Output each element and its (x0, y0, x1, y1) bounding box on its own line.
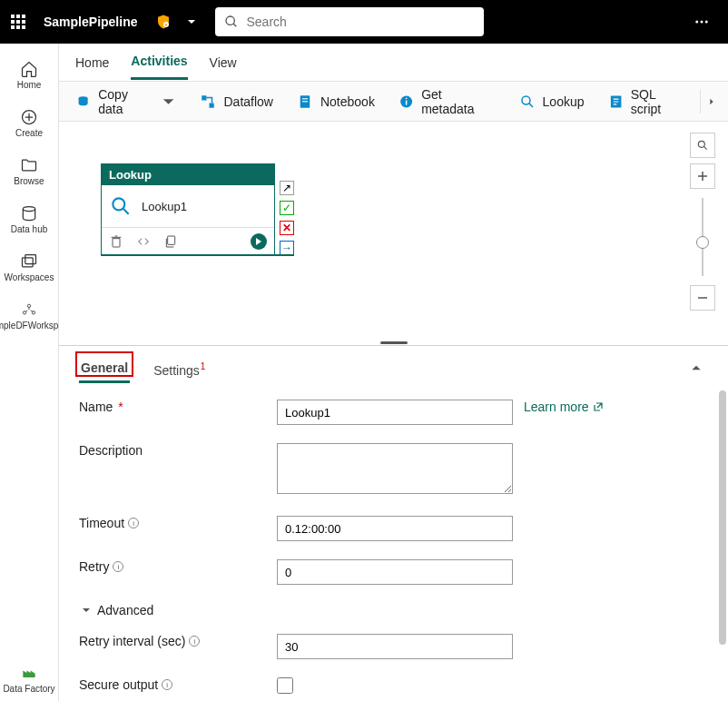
pipeline-name: SamplePipeline (44, 15, 137, 29)
prop-tab-settings-label: Settings (153, 362, 200, 377)
workspaces-icon (20, 252, 38, 271)
chevron-right-icon (707, 97, 716, 106)
badge-failure-icon[interactable]: ✕ (280, 221, 294, 235)
svg-rect-1 (165, 24, 167, 25)
svg-rect-19 (302, 101, 308, 102)
workspace-icon (20, 301, 38, 319)
tool-copydata[interactable]: Copy data (64, 82, 187, 122)
name-input[interactable] (277, 400, 513, 425)
zoom-fit-button[interactable] (690, 133, 715, 158)
activity-node-actions (102, 227, 274, 255)
datahub-icon (20, 204, 38, 222)
search-input[interactable] (246, 15, 475, 29)
lookup-icon (109, 194, 133, 218)
svg-rect-9 (23, 258, 34, 267)
code-icon[interactable] (136, 234, 151, 249)
info-icon[interactable]: i (189, 636, 200, 647)
zoom-control (690, 133, 715, 311)
timeout-input[interactable] (277, 516, 513, 541)
svg-rect-18 (302, 98, 308, 99)
svg-point-28 (113, 198, 124, 210)
properties-tabs: General Settings1 (59, 346, 728, 383)
zoom-slider-track[interactable] (702, 198, 703, 276)
activities-toolbar: Copy data Dataflow Notebook Get metadata… (59, 82, 728, 122)
collapse-panel-button[interactable] (690, 361, 703, 378)
activity-output-handle[interactable] (251, 233, 267, 250)
description-input[interactable] (277, 443, 513, 494)
tool-getmetadata[interactable]: Get metadata (388, 82, 507, 122)
properties-panel: General Settings1 Name* Learn more Descr… (59, 345, 728, 701)
delete-icon[interactable] (109, 234, 123, 249)
name-label: Name* (79, 400, 277, 414)
global-search[interactable] (215, 7, 484, 36)
nav-home[interactable]: Home (0, 53, 58, 97)
prop-tab-settings[interactable]: Settings1 (152, 356, 207, 383)
tool-notebook[interactable]: Notebook (286, 88, 386, 115)
zoom-out-button[interactable] (690, 285, 715, 311)
getmetadata-icon (398, 94, 414, 110)
badge-completion-icon[interactable]: ↗ (280, 181, 294, 195)
dataflow-icon (200, 94, 216, 110)
retry-interval-input[interactable] (277, 634, 513, 659)
tool-sqlscript[interactable]: SQL script (597, 82, 698, 122)
info-icon[interactable]: i (162, 679, 172, 690)
pipeline-dropdown-chevron-icon[interactable] (186, 16, 197, 27)
tool-lookup-label: Lookup (543, 94, 585, 109)
nav-create[interactable]: Create (0, 101, 58, 145)
nav-create-label: Create (15, 128, 43, 138)
learn-more-link[interactable]: Learn more (524, 400, 604, 414)
sensitivity-shield-icon[interactable] (155, 14, 172, 30)
left-nav-rail: Home Create Browse Data hub Workspaces S… (0, 44, 59, 701)
tab-home[interactable]: Home (75, 46, 109, 79)
plus-icon (697, 171, 708, 182)
search-icon (224, 15, 239, 29)
chevron-down-icon (161, 94, 176, 110)
badge-success-icon[interactable]: ✓ (280, 201, 294, 215)
nav-browse[interactable]: Browse (0, 149, 58, 193)
minus-icon (697, 292, 708, 303)
nav-datahub-label: Data hub (11, 224, 48, 234)
secure-output-label: Secure output i (79, 677, 277, 692)
nav-home-label: Home (17, 80, 42, 90)
info-icon[interactable]: i (113, 561, 123, 572)
tool-copydata-label: Copy data (98, 87, 153, 116)
nav-datahub[interactable]: Data hub (0, 197, 58, 242)
svg-point-2 (226, 16, 234, 25)
nav-browse-label: Browse (14, 176, 44, 186)
svg-point-6 (705, 21, 708, 24)
nav-workspaces[interactable]: Workspaces (0, 245, 58, 290)
svg-point-5 (701, 21, 703, 24)
ribbon-tabs: Home Activities View (59, 44, 728, 82)
tool-lookup[interactable]: Lookup (508, 88, 595, 115)
browse-icon (20, 156, 38, 174)
external-link-icon (593, 401, 604, 412)
zoom-in-button[interactable] (690, 163, 715, 189)
pipeline-canvas[interactable]: Lookup Lookup1 ↗ ✓ ✕ → (59, 122, 728, 340)
tool-dataflow[interactable]: Dataflow (189, 88, 283, 115)
app-launcher-icon[interactable] (11, 15, 25, 29)
copy-icon[interactable] (163, 234, 178, 249)
home-icon (20, 60, 38, 78)
svg-rect-30 (168, 236, 175, 244)
badge-skip-icon[interactable]: → (280, 241, 294, 255)
secure-output-checkbox[interactable] (277, 677, 293, 694)
tab-view[interactable]: View (210, 46, 237, 79)
activity-node-lookup[interactable]: Lookup Lookup1 ↗ ✓ ✕ → (101, 163, 275, 256)
sqlscript-icon (608, 94, 624, 110)
toolbar-overflow[interactable] (700, 90, 723, 114)
scrollbar[interactable] (719, 390, 726, 694)
zoom-slider-handle[interactable] (696, 236, 709, 249)
advanced-toggle[interactable]: Advanced (79, 603, 708, 617)
nav-datafactory-label: Data Factory (3, 684, 54, 694)
retry-input[interactable] (277, 559, 513, 585)
nav-sample-workspace[interactable]: SampleDFWorkspace (0, 293, 58, 338)
general-tab-highlight (75, 351, 133, 377)
nav-datafactory[interactable]: Data Factory (0, 657, 58, 701)
activity-node-body: Lookup1 (102, 185, 274, 227)
info-icon[interactable]: i (128, 518, 139, 528)
canvas-container: Lookup Lookup1 ↗ ✓ ✕ → (59, 122, 728, 701)
svg-point-23 (522, 96, 530, 104)
more-menu-icon[interactable] (694, 14, 710, 30)
tab-activities[interactable]: Activities (131, 44, 187, 80)
activity-node-type: Lookup (102, 164, 274, 185)
